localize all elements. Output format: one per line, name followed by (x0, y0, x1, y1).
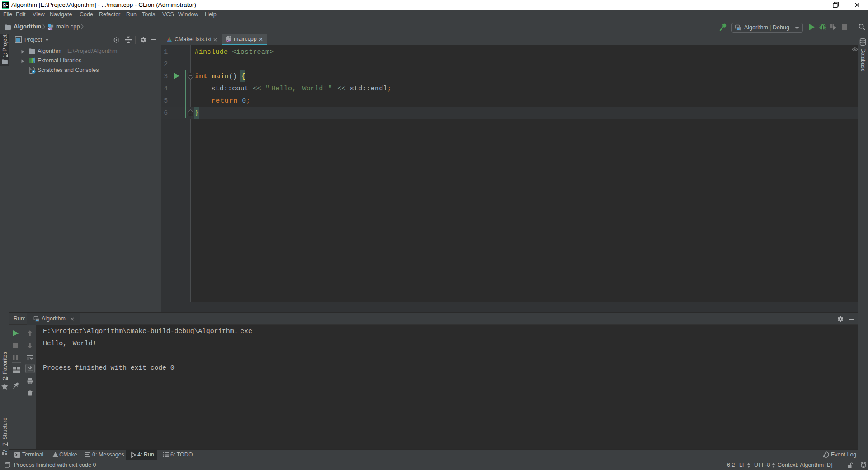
svg-text:C++: C++ (226, 40, 231, 42)
svg-text:CL: CL (3, 2, 8, 7)
svg-text:C++: C++ (48, 28, 53, 30)
